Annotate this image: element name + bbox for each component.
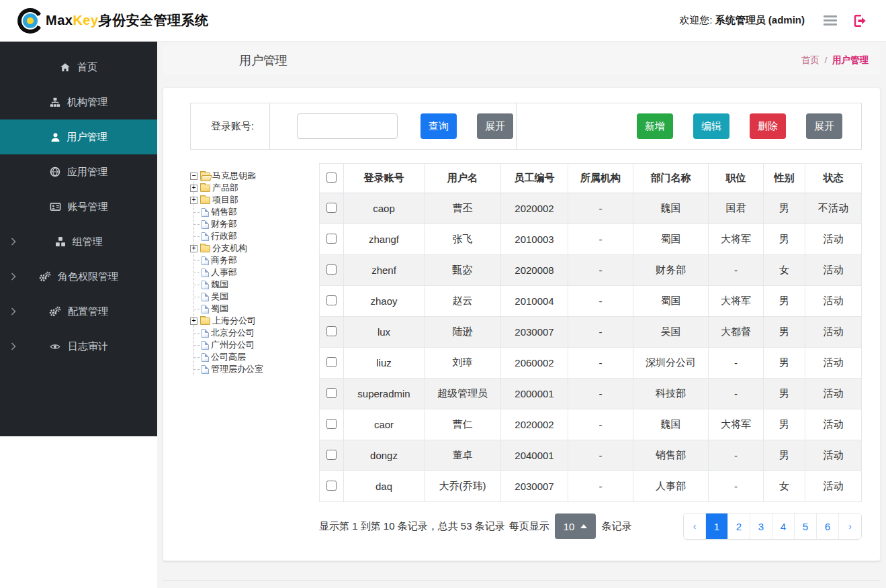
sidebar-item-home[interactable]: 首页 [0, 50, 157, 85]
tree-connector [194, 297, 200, 297]
expand-box-icon[interactable]: + [190, 197, 197, 204]
row-checkbox[interactable] [326, 295, 337, 305]
login-account-input[interactable] [297, 113, 398, 139]
table-cell: - [709, 348, 764, 379]
tree-node[interactable]: 商务部 [194, 254, 312, 266]
tree-node[interactable]: 管理层办公室 [194, 363, 312, 375]
tree-node-label[interactable]: 商务部 [211, 254, 237, 266]
table-row[interactable]: superadmin超级管理员2000001-科技部-男活动 [320, 379, 862, 409]
row-checkbox[interactable] [326, 481, 337, 491]
logout-icon[interactable] [853, 14, 867, 28]
tree-node-label[interactable]: 公司高层 [211, 351, 246, 363]
tree-node[interactable]: 销售部 [194, 206, 312, 218]
delete-button[interactable]: 删除 [750, 113, 786, 139]
sidebar-item-account-mgmt[interactable]: 账号管理 [0, 189, 157, 224]
tree-node-label[interactable]: 行政部 [211, 230, 237, 242]
page-next-button[interactable]: › [839, 513, 861, 539]
table-row[interactable]: liuz刘璋2060002-深圳分公司-男活动 [320, 348, 862, 379]
row-checkbox[interactable] [326, 234, 337, 244]
tree-node-label[interactable]: 销售部 [211, 206, 237, 218]
tree-node[interactable]: 魏国 [194, 279, 312, 291]
tree-node[interactable]: +上海分公司 [194, 315, 312, 327]
table-row[interactable]: dongz董卓2040001-销售部-男活动 [320, 440, 862, 471]
tree-node-label[interactable]: 马克思钥匙 [212, 170, 256, 182]
table-cell: zhaoy [344, 286, 425, 317]
query-button[interactable]: 查询 [420, 113, 457, 139]
page-button-6[interactable]: 6 [817, 513, 839, 539]
tree-node-label[interactable]: 吴国 [211, 291, 228, 303]
page-prev-button[interactable]: ‹ [684, 513, 706, 539]
page-button-3[interactable]: 3 [750, 513, 772, 539]
tree-node-label[interactable]: 上海分公司 [212, 315, 256, 327]
row-checkbox[interactable] [326, 326, 337, 336]
edit-button[interactable]: 编辑 [693, 113, 729, 139]
tree-node-label[interactable]: 广州分公司 [211, 339, 255, 351]
page-button-1[interactable]: 1 [706, 513, 728, 539]
tree-node[interactable]: 公司高层 [194, 351, 312, 363]
tree-connector [194, 273, 200, 273]
tree-node[interactable]: 蜀国 [194, 303, 312, 315]
add-button[interactable]: 新增 [637, 113, 673, 139]
sidebar-item-app-mgmt[interactable]: 应用管理 [0, 154, 157, 189]
tree-node[interactable]: 人事部 [194, 266, 312, 279]
expand-box-icon[interactable]: + [190, 245, 197, 252]
table-row[interactable]: caop曹丕2020002-魏国国君男不活动 [320, 193, 862, 224]
tree-node-label[interactable]: 蜀国 [211, 303, 228, 315]
tree-node[interactable]: 广州分公司 [194, 339, 312, 351]
tree-node-label[interactable]: 人事部 [211, 266, 237, 279]
search-expand-button[interactable]: 展开 [477, 113, 513, 139]
page-button-5[interactable]: 5 [795, 513, 817, 539]
tree-node-label[interactable]: 魏国 [211, 279, 228, 291]
row-checkbox[interactable] [326, 264, 337, 275]
row-checkbox[interactable] [326, 357, 337, 367]
table-row[interactable]: zhaoy赵云2010004-蜀国大将军男活动 [320, 286, 862, 317]
sidebar-item-role-perm-mgmt[interactable]: 角色权限管理 [0, 259, 157, 294]
table-row[interactable]: lux陆逊2030007-吴国大都督男活动 [320, 317, 862, 348]
tree-node[interactable]: 北京分公司 [194, 327, 312, 339]
row-checkbox[interactable] [326, 450, 337, 460]
expand-box-icon[interactable]: + [190, 185, 197, 192]
select-all-checkbox[interactable] [326, 173, 337, 183]
tree-node[interactable]: −马克思钥匙 [190, 170, 312, 182]
tree-node-label[interactable]: 分支机构 [212, 242, 247, 254]
table-row[interactable]: daq大乔(乔玮)2030007-人事部-女活动 [320, 471, 862, 502]
tree-node[interactable]: +产品部 [194, 182, 312, 194]
table-cell: 魏国 [633, 409, 709, 440]
table-cell: 蜀国 [633, 224, 709, 255]
tree-node-label[interactable]: 产品部 [212, 182, 238, 194]
menu-icon[interactable] [824, 15, 837, 26]
collapse-box-icon[interactable]: − [190, 173, 197, 180]
table-row[interactable]: zhangf张飞2010003-蜀国大将军男活动 [320, 224, 862, 255]
tree-node[interactable]: 行政部 [194, 230, 312, 242]
tree-node-label[interactable]: 财务部 [211, 218, 237, 230]
toolbar-expand-button[interactable]: 展开 [806, 113, 842, 139]
sidebar-item-user-mgmt[interactable]: 用户管理 [0, 119, 157, 154]
sidebar-item-log-audit[interactable]: 日志审计 [0, 329, 157, 364]
expand-box-icon[interactable]: + [190, 317, 197, 325]
sidebar-item-label: 角色权限管理 [58, 271, 118, 283]
row-checkbox[interactable] [326, 419, 337, 429]
tree-connector [194, 309, 200, 309]
row-checkbox[interactable] [326, 203, 337, 213]
folder-icon [200, 317, 210, 325]
breadcrumb-home-link[interactable]: 首页 [801, 55, 819, 65]
tree-node-label[interactable]: 项目部 [212, 194, 238, 206]
table-row[interactable]: caor曹仁2020002-魏国大将军男活动 [320, 409, 862, 440]
sidebar-item-config-mgmt[interactable]: 配置管理 [0, 294, 157, 329]
tree-node[interactable]: 财务部 [194, 218, 312, 230]
tree-node-label[interactable]: 管理层办公室 [211, 363, 263, 375]
sidebar-item-group-mgmt[interactable]: 组管理 [0, 224, 157, 259]
pagination: ‹123456› [683, 513, 862, 540]
table-cell: 国君 [709, 193, 764, 224]
row-checkbox[interactable] [326, 388, 337, 398]
table-row[interactable]: zhenf甄宓2020008-财务部-女活动 [320, 255, 862, 286]
page-size-select[interactable]: 10 [555, 513, 596, 539]
tree-node[interactable]: 吴国 [194, 291, 312, 303]
sidebar-item-org-mgmt[interactable]: 机构管理 [0, 85, 157, 119]
table-cell: - [709, 255, 764, 286]
tree-node-label[interactable]: 北京分公司 [211, 327, 255, 339]
tree-node[interactable]: +项目部 [194, 194, 312, 206]
page-button-2[interactable]: 2 [728, 513, 750, 539]
tree-node[interactable]: +分支机构 [194, 242, 312, 254]
page-button-4[interactable]: 4 [772, 513, 795, 539]
